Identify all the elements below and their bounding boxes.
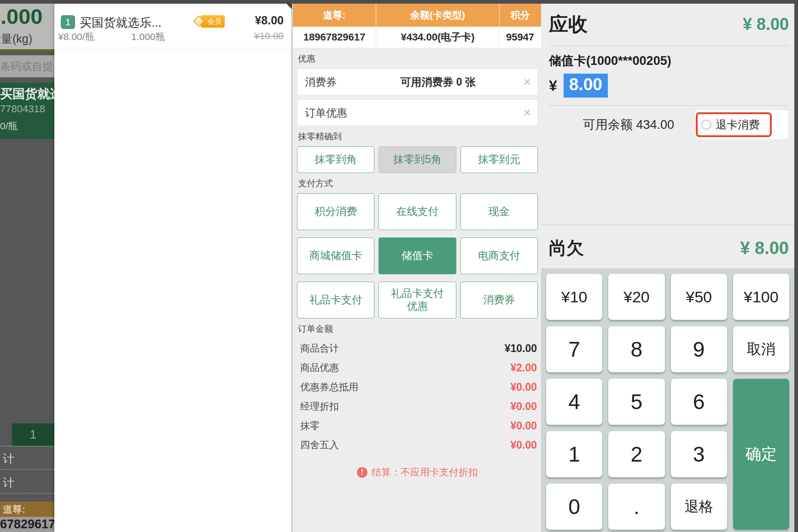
cash-50-key[interactable]: ¥50 <box>671 274 727 320</box>
member-phone: 67829617 <box>0 517 54 532</box>
numpad-1-key[interactable]: 1 <box>546 431 602 477</box>
manager-discount-value: ¥0.00 <box>510 400 537 413</box>
order-discount-row[interactable]: 订单优惠 × <box>297 99 538 126</box>
amount-input[interactable]: 8.00 <box>564 74 608 98</box>
settlement-warning: ! 结算：不应用卡支付折扣 <box>297 466 538 479</box>
balance-row: 可用余额 434.00 退卡消费 <box>549 110 789 140</box>
refund-label: 退卡消费 <box>716 117 760 132</box>
due-row: 尚欠 ¥ 8.00 <box>549 230 789 266</box>
cash-10-key[interactable]: ¥10 <box>546 274 602 320</box>
order-amount-section-title: 订单金额 <box>298 323 538 335</box>
cart-item-unit-price: ¥8.00/瓶 <box>58 30 94 43</box>
numpad-5-key[interactable]: 5 <box>608 379 664 425</box>
product-name: 买国货就选 <box>0 86 54 102</box>
goods-discount-value: ¥2.00 <box>510 362 537 374</box>
rounding-label: 抹零 <box>300 419 320 432</box>
member-price-badge: 会员 <box>201 15 225 28</box>
pay-gift-card-discount-button[interactable]: 礼品卡支付优惠 <box>379 282 456 318</box>
order-amount-row: 商品合计 ¥10.00 <box>297 339 538 358</box>
order-amount-row: 商品优惠 ¥2.00 <box>297 358 538 377</box>
due-label: 尚欠 <box>549 237 584 260</box>
due-divider <box>541 225 794 226</box>
numpad-0-key[interactable]: 0 <box>546 484 602 530</box>
diamond-icon <box>193 15 204 27</box>
member-bar: 道尊: <box>0 502 54 517</box>
member-points-header: 积分 <box>500 4 541 27</box>
divider-notch <box>286 4 292 9</box>
checkout-panel: 应收 ¥ 8.00 储值卡(1000***00205) ¥ 8.00 可用余额 … <box>541 4 794 532</box>
numpad-3-key[interactable]: 3 <box>671 431 727 477</box>
pay-coupon-button[interactable]: 消费券 <box>460 282 538 318</box>
cart-item-name: 买国货就选乐... <box>80 15 162 31</box>
numpad-7-key[interactable]: 7 <box>546 326 602 372</box>
refund-option[interactable]: 退卡消费 <box>696 112 772 137</box>
window-top-border <box>0 0 798 4</box>
pay-points-button[interactable]: 积分消费 <box>297 193 374 230</box>
numpad-6-key[interactable]: 6 <box>671 379 727 425</box>
rounding-options: 抹零到角 抹零到5角 抹零到元 <box>297 146 538 173</box>
cart-item-row[interactable]: 1 买国货就选乐... 会员 ¥8.00 ¥10.00 ¥8.00/瓶 1.00… <box>54 4 291 48</box>
numpad-dot-key[interactable]: . <box>608 484 664 530</box>
round-to-jiao-button[interactable]: 抹零到角 <box>297 146 374 173</box>
goods-discount-label: 商品优惠 <box>300 361 339 374</box>
cash-100-key[interactable]: ¥100 <box>733 274 789 320</box>
cart-item-index-badge: 1 <box>61 15 75 29</box>
amount-input-line: ¥ 8.00 <box>549 74 789 106</box>
receivable-row: 应收 ¥ 8.00 <box>549 4 789 46</box>
cart-panel: 1 买国货就选乐... 会员 ¥8.00 ¥10.00 ¥8.00/瓶 1.00… <box>54 4 291 532</box>
subtotal-row-1: 计 <box>0 447 54 470</box>
member-table-header: 道尊: 余额(卡类型) 积分 <box>293 4 541 27</box>
close-icon[interactable]: × <box>524 75 531 88</box>
due-amount: ¥ 8.00 <box>740 238 789 258</box>
pay-stored-card-button[interactable]: 储值卡 <box>379 237 456 274</box>
weight-underline <box>0 49 54 51</box>
product-code: 77804318 <box>0 103 45 115</box>
member-points-value: 95947 <box>500 27 541 48</box>
numpad-9-key[interactable]: 9 <box>671 326 727 372</box>
order-amount-row: 优惠券总抵用 ¥0.00 <box>297 377 538 397</box>
coupon-deduction-value: ¥0.00 <box>510 381 537 393</box>
rounding-value: ¥0.00 <box>510 420 537 432</box>
pay-cash-button[interactable]: 现金 <box>460 193 538 230</box>
payment-method-grid: 积分消费 在线支付 现金 商城储值卡 储值卡 电商支付 礼品卡支付 礼品卡支付优… <box>297 193 538 318</box>
rounding-section-title: 抹零精确到 <box>298 131 538 143</box>
member-balance-header: 余额(卡类型) <box>376 4 500 27</box>
numpad-2-key[interactable]: 2 <box>608 431 664 477</box>
close-icon[interactable]: × <box>524 106 531 119</box>
cancel-key[interactable]: 取消 <box>733 326 789 372</box>
barcode-scan-input: 条码或自提 <box>0 55 54 77</box>
coupon-label: 消费券 <box>305 75 337 89</box>
pay-online-button[interactable]: 在线支付 <box>379 193 456 230</box>
numpad-8-key[interactable]: 8 <box>608 326 664 372</box>
order-amount-row: 四舍五入 ¥0.00 <box>297 435 538 455</box>
round-to-yuan-button[interactable]: 抹零到元 <box>460 146 538 173</box>
window-right-border <box>794 0 798 532</box>
coupon-available-info: 可用消费券 0 张 <box>400 75 476 89</box>
currency-symbol: ¥ <box>549 77 557 94</box>
backspace-key[interactable]: 退格 <box>671 484 727 530</box>
member-badge-label: 会员 <box>208 17 221 25</box>
weight-unit-label: 量(kg) <box>1 31 32 46</box>
pay-mall-stored-card-button[interactable]: 商城储值卡 <box>297 237 374 274</box>
coupon-row[interactable]: 消费券 可用消费券 0 张 × <box>297 69 538 95</box>
member-name-header: 道尊: <box>293 4 376 27</box>
cart-item-quantity: 1.000瓶 <box>131 30 165 43</box>
pay-ecommerce-button[interactable]: 电商支付 <box>460 237 538 274</box>
discount-section-title: 优惠 <box>298 53 538 65</box>
selected-product-card: 买国货就选 77804318 0/瓶 <box>0 83 54 139</box>
pay-gift-card-button[interactable]: 礼品卡支付 <box>297 282 374 318</box>
round-to-5jiao-button[interactable]: 抹零到5角 <box>379 146 456 173</box>
receivable-label: 应收 <box>549 12 588 37</box>
coupon-deduction-label: 优惠券总抵用 <box>300 381 358 393</box>
quantity-row: 1 <box>0 423 54 446</box>
payment-method-section-title: 支付方式 <box>298 178 538 190</box>
receivable-amount: ¥ 8.00 <box>743 15 789 34</box>
confirm-key[interactable]: 确定 <box>733 379 789 530</box>
round-half-up-value: ¥0.00 <box>510 439 537 451</box>
cash-20-key[interactable]: ¥20 <box>608 274 664 320</box>
payment-options-panel: 道尊: 余额(卡类型) 积分 18967829617 ¥434.00(电子卡) … <box>293 4 541 532</box>
refund-radio[interactable] <box>701 120 711 130</box>
order-amount-row: 抹零 ¥0.00 <box>297 416 538 435</box>
quantity-cell: 1 <box>12 423 54 446</box>
numpad-4-key[interactable]: 4 <box>546 379 602 425</box>
